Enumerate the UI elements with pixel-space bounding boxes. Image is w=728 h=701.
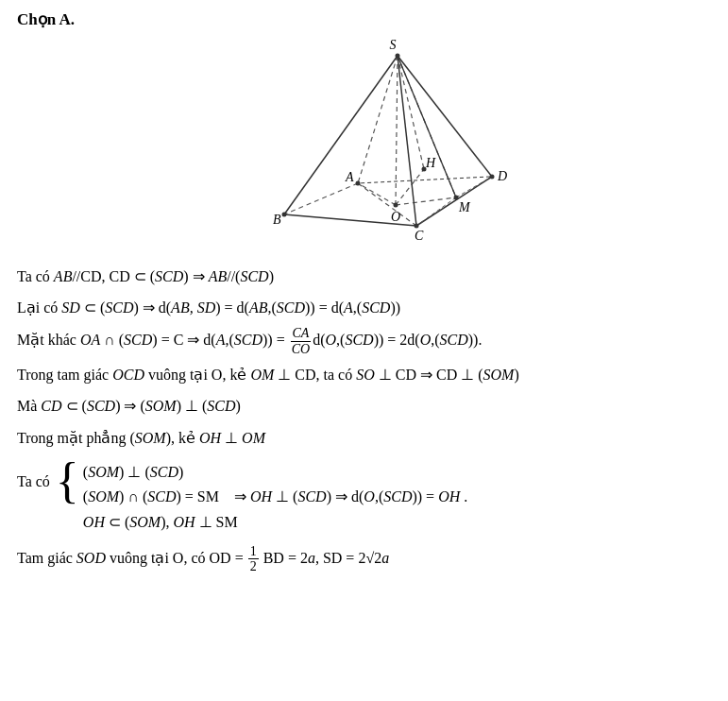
line-1: Ta có AB//CD, CD ⊂ (SCD) ⇒ AB//(SCD) bbox=[17, 264, 711, 289]
brace-line-2: (SOM) ∩ (SCD) = SM ⇒ OH ⊥ (SCD) ⇒ d(O,(S… bbox=[83, 485, 467, 509]
svg-point-27 bbox=[281, 213, 286, 217]
brace-icon: { bbox=[56, 456, 79, 505]
svg-point-33 bbox=[421, 167, 426, 172]
svg-line-0 bbox=[358, 56, 398, 183]
svg-point-31 bbox=[393, 203, 398, 208]
svg-text:D: D bbox=[497, 169, 507, 183]
line-2: Lại có SD ⊂ (SCD) ⇒ d(AB, SD) = d(AB,(SC… bbox=[17, 295, 711, 320]
brace-content: (SOM) ⊥ (SCD) (SOM) ∩ (SCD) = SM ⇒ OH ⊥ … bbox=[83, 456, 467, 539]
svg-text:M: M bbox=[458, 200, 471, 214]
svg-line-5 bbox=[396, 197, 456, 205]
svg-point-30 bbox=[355, 181, 360, 186]
svg-text:S: S bbox=[389, 38, 396, 52]
svg-line-1 bbox=[396, 56, 398, 205]
svg-text:B: B bbox=[273, 213, 281, 227]
svg-point-28 bbox=[414, 224, 418, 229]
svg-line-12 bbox=[416, 177, 492, 226]
svg-point-32 bbox=[453, 196, 458, 200]
svg-line-15 bbox=[456, 177, 492, 197]
brace-line-1: (SOM) ⊥ (SCD) bbox=[83, 460, 467, 485]
title: Chọn A. bbox=[17, 9, 711, 29]
line-3: Mặt khác OA ∩ (SCD) = C ⇒ d(A,(SCD)) = C… bbox=[17, 326, 711, 356]
line-4: Trong tam giác OCD vuông tại O, kẻ OM ⊥ … bbox=[17, 362, 711, 387]
svg-text:O: O bbox=[391, 210, 400, 224]
line-8: Tam giác SOD vuông tại O, có OD = 12 BD … bbox=[17, 544, 711, 574]
line-6: Trong mặt phẳng (SOM), kẻ OH ⊥ OM bbox=[17, 425, 711, 451]
svg-line-9 bbox=[398, 56, 416, 226]
svg-text:C: C bbox=[415, 229, 424, 243]
system-container: Ta có { (SOM) ⊥ (SCD) (SOM) ∩ (SCD) = SM… bbox=[17, 456, 711, 539]
svg-line-4 bbox=[358, 183, 396, 205]
svg-point-26 bbox=[395, 54, 399, 59]
svg-line-17 bbox=[398, 56, 456, 197]
diagram: S B C D A O M H bbox=[17, 37, 711, 254]
svg-point-29 bbox=[489, 175, 494, 180]
svg-line-6 bbox=[396, 169, 424, 205]
system-label: Ta có bbox=[17, 473, 50, 490]
svg-line-13 bbox=[358, 177, 490, 183]
line-5: Mà CD ⊂ (SCD) ⇒ (SOM) ⊥ (SCD) bbox=[17, 393, 711, 419]
brace-line-3: OH ⊂ (SOM), OH ⊥ SM bbox=[83, 510, 467, 535]
svg-text:H: H bbox=[425, 156, 436, 170]
svg-text:A: A bbox=[345, 170, 354, 184]
